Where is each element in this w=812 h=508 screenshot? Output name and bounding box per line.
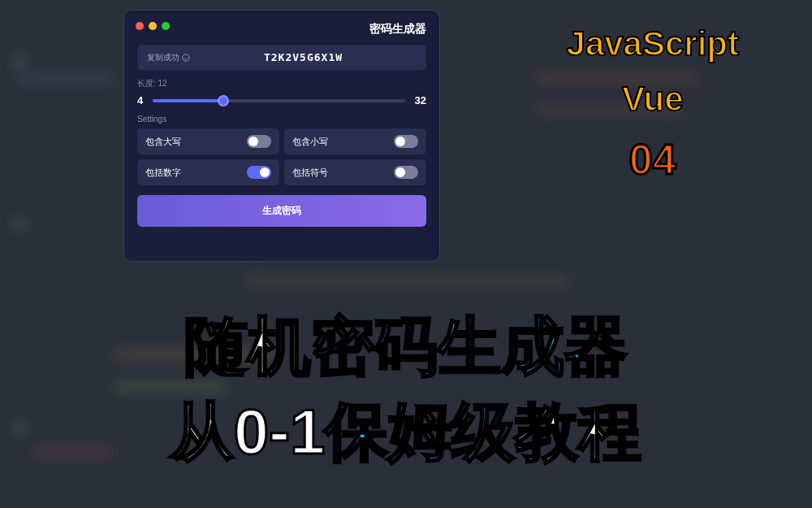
setting-symbols: 包括符号 bbox=[284, 159, 426, 185]
maximize-icon[interactable] bbox=[162, 22, 170, 30]
smile-icon bbox=[182, 54, 190, 62]
copy-status-text: 复制成功 bbox=[147, 52, 179, 63]
password-generator-window: 密码生成器 复制成功 T2K2V5G6X1W 长度: 12 4 32 Setti… bbox=[123, 10, 440, 262]
length-slider-row: 4 32 bbox=[137, 94, 426, 106]
toggle-knob bbox=[260, 167, 270, 177]
toggle-knob bbox=[395, 137, 405, 146]
toggle-knob bbox=[395, 167, 405, 177]
setting-numbers: 包括数字 bbox=[137, 159, 279, 185]
toggle-symbols[interactable] bbox=[394, 166, 418, 179]
password-display-row: 复制成功 T2K2V5G6X1W bbox=[137, 45, 426, 70]
close-icon[interactable] bbox=[136, 22, 144, 30]
toggle-numbers[interactable] bbox=[247, 166, 271, 179]
setting-lowercase: 包含小写 bbox=[284, 128, 426, 154]
generated-password: T2K2V5G6X1W bbox=[190, 51, 417, 63]
app-title: 密码生成器 bbox=[137, 20, 426, 45]
setting-label: 包括符号 bbox=[292, 167, 328, 179]
headline-1: 随机密码生成器 bbox=[184, 305, 628, 390]
toggle-lowercase[interactable] bbox=[394, 135, 418, 148]
toggle-uppercase[interactable] bbox=[247, 135, 271, 148]
slider-thumb[interactable] bbox=[218, 95, 229, 106]
length-label: 长度: 12 bbox=[137, 78, 426, 89]
slider-min: 4 bbox=[137, 94, 143, 106]
toggle-knob bbox=[248, 137, 258, 146]
traffic-lights bbox=[136, 22, 170, 30]
copy-status: 复制成功 bbox=[147, 52, 190, 63]
settings-grid: 包含大写 包含小写 包括数字 包括符号 bbox=[137, 128, 426, 185]
setting-label: 包括数字 bbox=[145, 167, 181, 179]
headline2-part1: 从0-1 bbox=[171, 396, 326, 467]
label-vue: Vue bbox=[567, 80, 739, 119]
minimize-icon[interactable] bbox=[149, 22, 157, 30]
generate-button[interactable]: 生成密码 bbox=[137, 195, 426, 227]
headline2-part3: 教程 bbox=[515, 396, 641, 467]
setting-label: 包含小写 bbox=[292, 136, 328, 148]
label-javascript: JavaScript bbox=[567, 24, 739, 63]
slider-max: 32 bbox=[415, 94, 426, 106]
svg-point-0 bbox=[183, 54, 189, 60]
length-slider[interactable] bbox=[153, 99, 404, 102]
headline1-part1: 随机 bbox=[184, 310, 311, 382]
headline-2: 从0-1保姆级教程 bbox=[171, 390, 642, 475]
settings-label: Settings bbox=[137, 115, 426, 124]
side-labels: JavaScript Vue 04 bbox=[567, 24, 739, 184]
setting-label: 包含大写 bbox=[145, 136, 181, 148]
slider-fill bbox=[153, 99, 223, 102]
setting-uppercase: 包含大写 bbox=[137, 128, 279, 154]
headline1-part2: 密码生成器 bbox=[311, 310, 628, 382]
label-episode-number: 04 bbox=[567, 135, 739, 184]
headline2-part2: 保姆级 bbox=[325, 396, 515, 467]
